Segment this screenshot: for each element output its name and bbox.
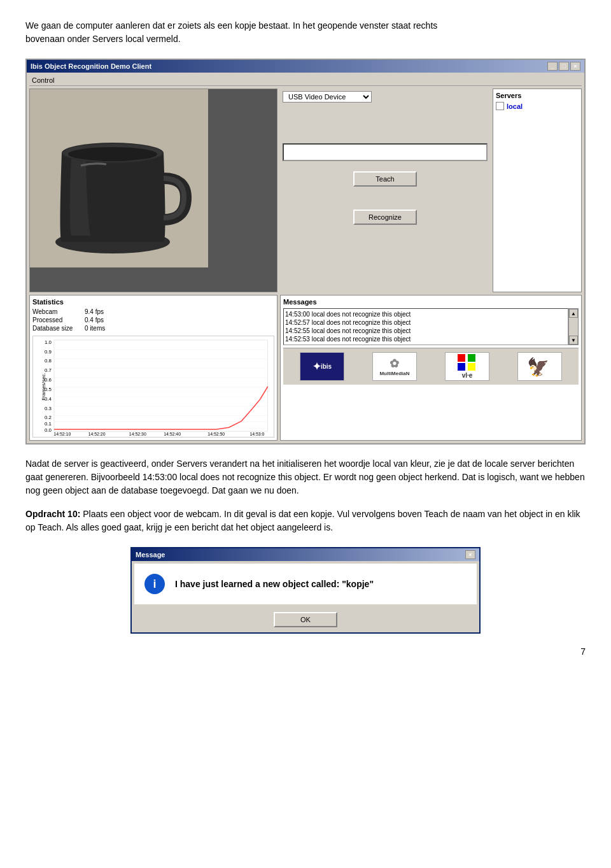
server-checkbox[interactable] (496, 102, 504, 110)
vle-logo: vl·e (445, 352, 489, 381)
message-list: 14:53:00 local does not recognize this o… (283, 308, 568, 345)
teach-button[interactable]: Teach (353, 171, 417, 187)
dialog-close-button[interactable]: × (465, 550, 475, 559)
ibis-logo: ✦ ibis (300, 352, 344, 381)
svg-text:0.1: 0.1 (45, 421, 52, 427)
scroll-down-arrow[interactable]: ▼ (569, 336, 578, 345)
webcam-feed (29, 89, 277, 292)
svg-text:14:52:10: 14:52:10 (53, 432, 71, 436)
para2-text: Opdracht 10: Plaats een object voor de w… (25, 508, 586, 534)
message-item-4: 14:52:53 local does not recognize this o… (285, 335, 566, 343)
control-menu[interactable]: Control (32, 76, 54, 84)
dialog-ok-button[interactable]: OK (274, 612, 337, 627)
page-number: 7 (25, 646, 586, 657)
info-icon: i (144, 574, 165, 594)
message-scroll-area: 14:53:00 local does not recognize this o… (283, 308, 579, 345)
processed-value: 0.4 fps (85, 317, 189, 324)
svg-text:0.8: 0.8 (45, 358, 52, 364)
main-layout: USB Video Device Teach Recognize Servers (29, 89, 582, 292)
statistics-title: Statistics (32, 298, 274, 306)
svg-text:0.2: 0.2 (45, 415, 52, 420)
app-window: Ibis Object Recognition Demo Client _ □ … (25, 59, 586, 445)
device-dropdown[interactable]: USB Video Device (283, 91, 372, 103)
svg-text:0.7: 0.7 (45, 367, 52, 373)
body-paragraph-2: Opdracht 10: Plaats een object voor de w… (25, 508, 586, 534)
servers-label: Servers (496, 92, 579, 99)
para1-text: Nadat de server is geactiveerd, onder Se… (25, 457, 586, 497)
app-body: Control (27, 73, 584, 443)
para2-rest: Plaats een object voor de webcam. In dit… (25, 509, 580, 532)
processed-label: Processed (32, 317, 83, 324)
maximize-button[interactable]: □ (559, 62, 569, 71)
messages-title: Messages (283, 298, 579, 306)
logo-bar: ✦ ibis ✿ MultiMediaN (283, 348, 579, 385)
message-item-3: 14:52:55 local does not recognize this o… (285, 327, 566, 335)
body-paragraph-1: Nadat de server is geactiveerd, onder Se… (25, 457, 586, 497)
statistics-panel: Statistics Webcam 9.4 fps Processed 0.4 … (29, 295, 277, 441)
dbsize-value: 0 items (85, 325, 189, 332)
webcam-label: Webcam (32, 308, 83, 315)
dialog-titlebar: Message × (132, 548, 479, 561)
bottom-layout: Statistics Webcam 9.4 fps Processed 0.4 … (29, 295, 582, 441)
svg-text:14:52:20: 14:52:20 (88, 432, 106, 436)
svg-text:0.0: 0.0 (45, 427, 52, 433)
message-item-2: 14:52:57 local does not recognize this o… (285, 318, 566, 327)
scroll-up-arrow[interactable]: ▲ (569, 309, 578, 318)
dialog-title: Message (136, 551, 165, 559)
griffin-logo: 🦅 (517, 352, 562, 381)
svg-text:14:52:40: 14:52:40 (164, 432, 181, 436)
svg-text:0.9: 0.9 (45, 349, 52, 355)
svg-text:1.0: 1.0 (45, 339, 52, 345)
svg-text:14:52:50: 14:52:50 (207, 432, 225, 436)
stats-grid: Webcam 9.4 fps Processed 0.4 fps Databas… (32, 308, 274, 332)
message-dialog: Message × i I have just learned a new ob… (130, 547, 481, 634)
dialog-message: I have just learned a new object called:… (175, 579, 374, 589)
svg-text:🦅: 🦅 (527, 357, 549, 378)
multimediaN-logo: ✿ MultiMediaN (372, 352, 417, 381)
message-item-1: 14:53:00 local does not recognize this o… (285, 310, 566, 318)
dialog-footer: OK (132, 607, 479, 632)
device-row: USB Video Device (283, 91, 488, 103)
close-button[interactable]: × (570, 62, 580, 71)
dbsize-label: Database size (32, 325, 83, 332)
server-item-local[interactable]: local (496, 102, 579, 110)
svg-text:14:53:0: 14:53:0 (249, 432, 264, 436)
menu-bar[interactable]: Control (29, 75, 582, 86)
message-scrollbar[interactable]: ▲ ▼ (568, 308, 579, 345)
svg-rect-5 (30, 89, 208, 267)
dialog-container: Message × i I have just learned a new ob… (25, 547, 586, 634)
intro-text: We gaan de computer aanleren dat er zoie… (25, 19, 586, 46)
object-name-input[interactable] (283, 143, 488, 161)
minimize-button[interactable]: _ (547, 62, 558, 71)
opdracht-label: Opdracht 10: (25, 509, 80, 519)
app-title: Ibis Object Recognition Demo Client (31, 62, 151, 70)
svg-text:0.3: 0.3 (45, 406, 52, 411)
recognize-button[interactable]: Recognize (353, 210, 417, 225)
svg-text:Frames/sec.: Frames/sec. (41, 373, 46, 400)
app-titlebar: Ibis Object Recognition Demo Client _ □ … (27, 60, 584, 73)
webcam-value: 9.4 fps (85, 308, 189, 315)
controls-panel: USB Video Device Teach Recognize (280, 89, 490, 292)
window-controls[interactable]: _ □ × (547, 62, 580, 71)
scroll-thumb[interactable] (570, 318, 577, 336)
svg-rect-18 (54, 340, 268, 431)
messages-panel: Messages 14:53:00 local does not recogni… (280, 295, 582, 441)
servers-panel: Servers local (493, 89, 582, 292)
svg-text:14:52:30: 14:52:30 (129, 432, 146, 436)
chart-area: 1.0 0.9 0.8 0.7 0.6 0.5 0.4 0.3 0.2 0.1 … (32, 336, 274, 438)
dialog-body: i I have just learned a new object calle… (134, 564, 477, 604)
server-name: local (507, 103, 523, 110)
